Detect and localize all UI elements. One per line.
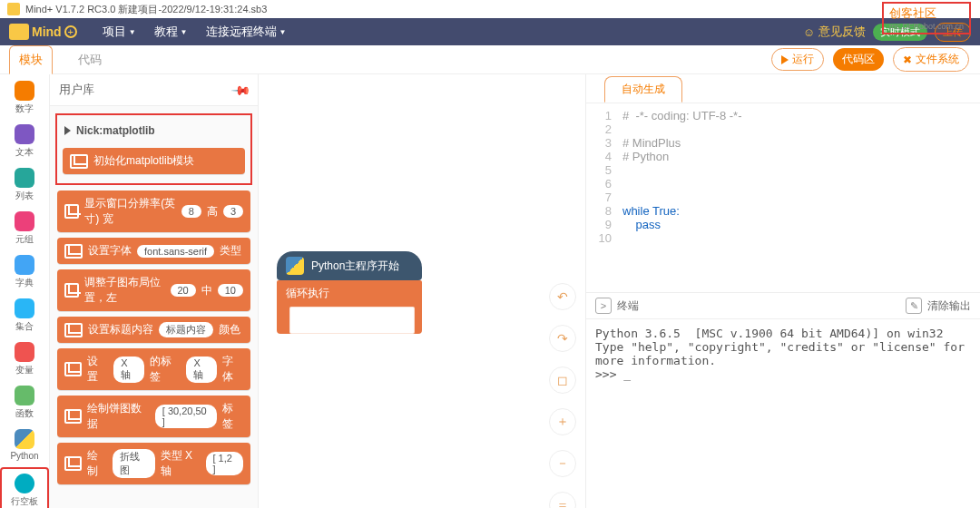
block-pie[interactable]: 绘制饼图数据 [ 30,20,50 ] 标签 bbox=[57, 396, 250, 437]
codezone-button[interactable]: 代码区 bbox=[833, 48, 884, 71]
list-icon bbox=[15, 168, 34, 188]
chart-icon bbox=[64, 283, 79, 298]
canvas-toolbar: ↶ ↷ ◻ ＋ － ＝ bbox=[549, 283, 576, 508]
terminal-clear[interactable]: 清除输出 bbox=[927, 298, 971, 314]
community-link[interactable]: 创客社区 mc.DFRobot.com.cn bbox=[882, 2, 971, 34]
highlight-frame: Nick:matplotlib 初始化matplotlib模块 bbox=[55, 113, 252, 185]
input-width[interactable]: 8 bbox=[181, 205, 201, 218]
pin-icon[interactable]: 📌 bbox=[230, 79, 251, 100]
script-stack[interactable]: Python主程序开始 循环执行 bbox=[277, 251, 422, 339]
block-palette: 用户库 📌 Nick:matplotlib 初始化matplotlib模块 显示… bbox=[50, 74, 259, 508]
tab-module[interactable]: 模块 bbox=[9, 45, 53, 74]
block-line[interactable]: 绘制 折线图 类型 X轴 [ 1,2 ] bbox=[57, 443, 250, 484]
input-piedata[interactable]: [ 30,20,50 ] bbox=[155, 405, 217, 428]
text-icon bbox=[15, 124, 34, 144]
window-titlebar: Mind+ V1.7.2 RC3.0 新建项目-2022/9/12-19:31:… bbox=[0, 0, 980, 18]
gear-icon: ✖ bbox=[903, 54, 912, 66]
community-title: 创客社区 bbox=[889, 5, 964, 22]
window-title: Mind+ V1.7.2 RC3.0 新建项目-2022/9/12-19:31:… bbox=[25, 3, 267, 16]
code-editor[interactable]: 1# -*- coding: UTF-8 -*-23# MindPlus4# P… bbox=[586, 103, 980, 292]
dropdown-axis[interactable]: X轴 bbox=[113, 357, 144, 383]
terminal-header: > 终端 ✎ 清除输出 bbox=[586, 292, 980, 319]
logo-text: Mind bbox=[32, 24, 62, 39]
rail-variable[interactable]: 变量 bbox=[4, 339, 45, 379]
caret-down-icon: ▼ bbox=[181, 28, 188, 36]
block-font[interactable]: 设置字体 font.sans-serif 类型 bbox=[57, 238, 250, 264]
loop-body[interactable] bbox=[289, 307, 415, 334]
feedback-link[interactable]: ☺意见反馈 bbox=[803, 24, 866, 40]
variable-icon bbox=[15, 342, 34, 362]
undo-button[interactable]: ↶ bbox=[549, 283, 576, 310]
input-mid[interactable]: 10 bbox=[218, 284, 243, 297]
terminal-output[interactable]: Python 3.6.5 [MSC v.1900 64 bit AMD64)] … bbox=[586, 319, 980, 508]
tuple-icon bbox=[15, 211, 34, 231]
menu-remote[interactable]: 连接远程终端▼ bbox=[197, 24, 296, 40]
block-canvas[interactable]: Python主程序开始 循环执行 ↶ ↷ ◻ ＋ － ＝ bbox=[259, 74, 585, 508]
set-icon bbox=[15, 298, 34, 318]
chart-icon bbox=[70, 154, 88, 169]
category-name: Nick:matplotlib bbox=[76, 124, 155, 137]
unihiker-icon bbox=[15, 474, 34, 493]
category-header[interactable]: Nick:matplotlib bbox=[61, 119, 247, 142]
rail-number[interactable]: 数字 bbox=[4, 78, 45, 118]
chart-icon bbox=[64, 244, 83, 259]
chart-icon bbox=[64, 362, 82, 376]
rail-text[interactable]: 文本 bbox=[4, 122, 45, 161]
caret-down-icon: ▼ bbox=[279, 28, 287, 36]
block-resolution[interactable]: 显示窗口分辨率(英寸) 宽 8 高 3 bbox=[57, 190, 250, 232]
menu-project[interactable]: 项目▼ bbox=[93, 24, 145, 40]
block-title[interactable]: 设置标题内容 标题内容 颜色 bbox=[57, 317, 250, 343]
rail-dict[interactable]: 字典 bbox=[4, 252, 45, 292]
input-xlabel[interactable]: X轴 bbox=[186, 357, 217, 383]
menu-tutorial[interactable]: 教程▼ bbox=[145, 24, 197, 40]
tab-auto-generate[interactable]: 自动生成 bbox=[604, 76, 682, 103]
chart-icon bbox=[64, 323, 83, 337]
run-button[interactable]: 运行 bbox=[771, 48, 824, 71]
main-tabs: 模块 代码 运行 代码区 ✖文件系统 bbox=[0, 45, 980, 74]
tab-code[interactable]: 代码 bbox=[69, 46, 111, 73]
hat-python-start[interactable]: Python主程序开始 bbox=[277, 251, 422, 280]
zoom-fit-button[interactable]: ＝ bbox=[549, 492, 576, 508]
dropdown-chart-type[interactable]: 折线图 bbox=[113, 449, 155, 478]
right-panel: 自动生成 1# -*- coding: UTF-8 -*-23# MindPlu… bbox=[585, 74, 980, 508]
rail-set[interactable]: 集合 bbox=[4, 296, 45, 336]
caret-down-icon: ▼ bbox=[129, 28, 136, 36]
logo-icon bbox=[9, 24, 29, 40]
broom-icon[interactable]: ✎ bbox=[906, 298, 922, 314]
block-xaxis[interactable]: 设置 X轴 的标签 X轴 字体 bbox=[57, 348, 250, 390]
logo[interactable]: Mind + bbox=[9, 24, 77, 40]
c-block-loop[interactable]: 循环执行 bbox=[277, 280, 422, 334]
input-height[interactable]: 3 bbox=[223, 205, 243, 218]
input-title[interactable]: 标题内容 bbox=[159, 322, 213, 337]
category-rail: 数字 文本 列表 元组 字典 集合 变量 函数 Python 行空板 用户库 bbox=[0, 74, 50, 508]
input-linedata[interactable]: [ 1,2 ] bbox=[206, 452, 244, 475]
rail-unihiker[interactable]: 行空板 bbox=[4, 471, 45, 508]
python-icon bbox=[15, 429, 34, 449]
block-subplot[interactable]: 调整子图布局位置，左 20 中 10 bbox=[57, 269, 250, 311]
right-tabs: 自动生成 bbox=[586, 74, 980, 103]
logo-plus-icon: + bbox=[64, 25, 77, 38]
filesystem-button[interactable]: ✖文件系统 bbox=[893, 47, 969, 72]
crop-button[interactable]: ◻ bbox=[549, 366, 576, 394]
zoom-out-button[interactable]: － bbox=[549, 450, 576, 477]
menubar: Mind + 项目▼ 教程▼ 连接远程终端▼ ☺意见反馈 实时模式 上传 bbox=[0, 18, 980, 45]
rail-tuple[interactable]: 元组 bbox=[4, 209, 45, 249]
app-icon bbox=[7, 3, 20, 15]
palette-header: 用户库 📌 bbox=[50, 74, 258, 106]
rail-python[interactable]: Python bbox=[4, 426, 45, 464]
number-icon bbox=[15, 81, 34, 101]
play-icon bbox=[781, 55, 789, 64]
chart-icon bbox=[64, 409, 82, 424]
input-left[interactable]: 20 bbox=[171, 284, 196, 297]
terminal-label: 终端 bbox=[617, 298, 639, 314]
block-init-matplotlib[interactable]: 初始化matplotlib模块 bbox=[63, 148, 245, 174]
rail-function[interactable]: 函数 bbox=[4, 383, 45, 423]
function-icon bbox=[15, 386, 34, 405]
rail-list[interactable]: 列表 bbox=[4, 165, 45, 205]
input-font[interactable]: font.sans-serif bbox=[137, 245, 214, 258]
expand-icon bbox=[64, 126, 71, 135]
smile-icon: ☺ bbox=[803, 25, 815, 39]
python-icon bbox=[286, 257, 304, 275]
redo-button[interactable]: ↷ bbox=[549, 325, 576, 352]
zoom-in-button[interactable]: ＋ bbox=[549, 408, 576, 435]
